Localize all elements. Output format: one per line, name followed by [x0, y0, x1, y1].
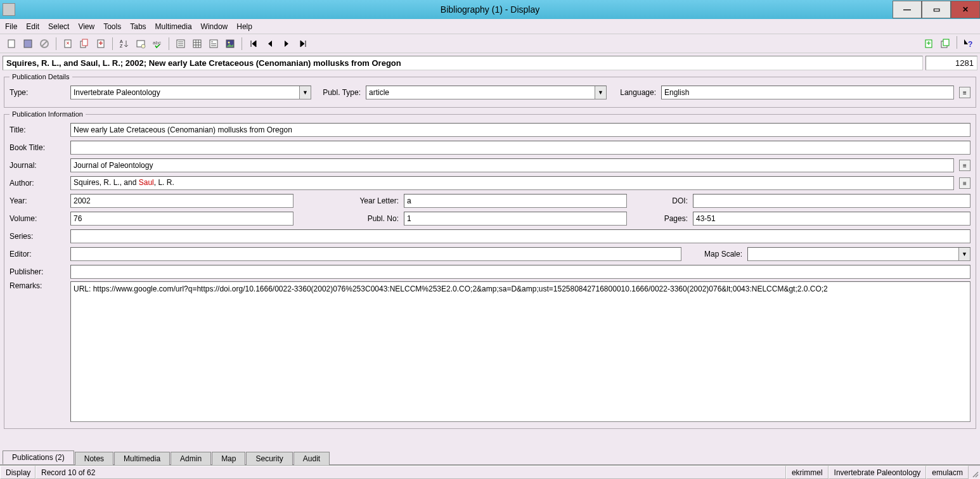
- year-letter-input[interactable]: [404, 194, 627, 208]
- editor-label: Editor:: [10, 250, 65, 259]
- nav-last-icon[interactable]: [295, 36, 311, 51]
- publ-type-combo[interactable]: article ▼: [366, 86, 607, 99]
- svg-text:A: A: [120, 39, 123, 44]
- editor-input[interactable]: [70, 247, 681, 261]
- publication-details-group: Publication Details Type: Invertebrate P…: [4, 73, 976, 108]
- svg-point-27: [228, 41, 230, 43]
- nav-next-icon[interactable]: [279, 36, 294, 51]
- view-list-icon[interactable]: [190, 36, 205, 51]
- doi-input[interactable]: [693, 194, 970, 208]
- view-image-icon[interactable]: [222, 36, 238, 51]
- tab-notes[interactable]: Notes: [75, 452, 113, 465]
- title-input[interactable]: [70, 123, 970, 137]
- title-label: Title:: [10, 125, 65, 134]
- remarks-textarea[interactable]: URL: https://www.google.com/url?q=https:…: [70, 281, 970, 422]
- view-details-icon[interactable]: [173, 36, 188, 51]
- reports-icon[interactable]: [133, 36, 148, 51]
- language-input[interactable]: [661, 86, 954, 99]
- new-icon[interactable]: [4, 36, 19, 51]
- dropdown-arrow-icon[interactable]: ▼: [299, 86, 311, 99]
- record-id-display: 1281: [925, 56, 977, 70]
- status-dept: Invertebrate Paleontology: [828, 466, 927, 479]
- tab-audit[interactable]: Audit: [293, 452, 330, 465]
- resize-grip-icon[interactable]: [969, 466, 980, 479]
- pages-input[interactable]: [693, 212, 970, 226]
- copy-icon[interactable]: [77, 36, 92, 51]
- tab-multimedia[interactable]: Multimedia: [114, 452, 170, 465]
- menu-tools[interactable]: Tools: [103, 22, 121, 31]
- doi-label: DOI:: [632, 196, 688, 205]
- attach-icon[interactable]: [921, 36, 936, 51]
- year-letter-label: Year Letter:: [299, 196, 399, 205]
- publisher-input[interactable]: [70, 265, 970, 279]
- context-help-icon[interactable]: ?: [961, 36, 976, 51]
- nav-first-icon[interactable]: [246, 36, 261, 51]
- publisher-label: Publisher:: [10, 267, 65, 276]
- titlebar: Bibliography (1) - Display — ▭ ✕: [0, 0, 980, 19]
- save-icon[interactable]: [20, 36, 35, 51]
- status-user: ekrimmel: [786, 466, 828, 479]
- journal-input[interactable]: [70, 158, 954, 172]
- spellcheck-icon[interactable]: abc: [150, 36, 165, 51]
- menu-view[interactable]: View: [78, 22, 94, 31]
- menu-help[interactable]: Help: [236, 22, 252, 31]
- svg-text:?: ?: [968, 40, 972, 49]
- author-part1: Squires, R. L., and: [74, 178, 139, 187]
- close-button[interactable]: ✕: [951, 1, 980, 18]
- tab-publications[interactable]: Publications (2): [3, 450, 74, 464]
- minimize-button[interactable]: —: [893, 1, 922, 18]
- menu-window[interactable]: Window: [201, 22, 228, 31]
- record-header: Squires, R. L., and Saul, L. R.; 2002; N…: [0, 53, 980, 73]
- volume-input[interactable]: [70, 212, 293, 226]
- nav-prev-icon[interactable]: [262, 36, 278, 51]
- sort-icon[interactable]: AZ: [117, 36, 132, 51]
- series-input[interactable]: [70, 229, 970, 243]
- svg-rect-6: [82, 39, 87, 46]
- type-combo[interactable]: Invertebrate Paleontology ▼: [70, 86, 311, 99]
- menu-file[interactable]: File: [5, 22, 17, 31]
- pages-label: Pages:: [632, 214, 688, 223]
- author-highlighted: Saul: [139, 178, 154, 187]
- author-input[interactable]: Squires, R. L., and Saul, L. R.: [70, 176, 954, 190]
- dropdown-arrow-icon[interactable]: ▼: [958, 248, 970, 260]
- view-contact-icon[interactable]: [206, 36, 221, 51]
- status-server: emulacm: [926, 466, 969, 479]
- window-title: Bibliography (1) - Display: [441, 4, 539, 15]
- insert-icon[interactable]: [93, 36, 108, 51]
- type-value: Invertebrate Paleontology: [74, 88, 160, 97]
- app-icon: [3, 3, 15, 16]
- year-input[interactable]: [70, 194, 293, 208]
- menubar: File Edit Select View Tools Tabs Multime…: [0, 19, 980, 34]
- menu-edit[interactable]: Edit: [26, 22, 39, 31]
- remarks-label: Remarks:: [10, 281, 65, 290]
- book-title-input[interactable]: [70, 141, 970, 155]
- publication-info-legend: Publication Information: [10, 110, 86, 118]
- tab-map[interactable]: Map: [212, 452, 245, 465]
- menu-tabs[interactable]: Tabs: [130, 22, 146, 31]
- publication-details-legend: Publication Details: [10, 73, 72, 80]
- menu-multimedia[interactable]: Multimedia: [155, 22, 192, 31]
- lookup-icon[interactable]: ≡: [959, 160, 970, 171]
- series-label: Series:: [10, 232, 65, 241]
- status-record: Record 10 of 62: [35, 466, 786, 479]
- map-scale-combo[interactable]: ▼: [747, 247, 970, 261]
- status-mode: Display: [0, 466, 35, 479]
- ditto-icon[interactable]: [60, 36, 75, 51]
- publ-type-label: Publ. Type:: [316, 88, 361, 97]
- maximize-button[interactable]: ▭: [922, 1, 951, 18]
- tab-security[interactable]: Security: [246, 452, 292, 465]
- year-label: Year:: [10, 196, 65, 205]
- tab-admin[interactable]: Admin: [171, 452, 211, 465]
- toolbar: AZ abc ?: [0, 34, 980, 53]
- lookup-icon[interactable]: ≡: [959, 87, 970, 98]
- attach-multi-icon[interactable]: [938, 36, 953, 51]
- publication-info-group: Publication Information Title: Book Titl…: [4, 110, 976, 429]
- lookup-icon[interactable]: ≡: [959, 177, 970, 189]
- dropdown-arrow-icon[interactable]: ▼: [595, 86, 606, 99]
- publ-no-label: Publ. No:: [299, 214, 399, 223]
- type-label: Type:: [10, 88, 65, 97]
- author-label: Author:: [10, 179, 65, 188]
- publ-no-input[interactable]: [404, 212, 627, 226]
- discard-icon[interactable]: [37, 36, 52, 51]
- menu-select[interactable]: Select: [48, 22, 69, 31]
